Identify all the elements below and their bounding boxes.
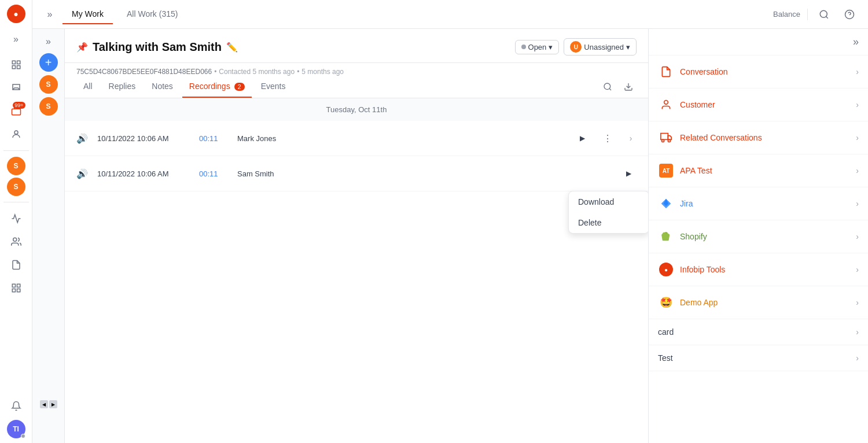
rp-section-customer[interactable]: Customer › [649,88,868,121]
unassigned-badge[interactable]: U Unassigned ▾ [564,38,637,56]
edit-icon[interactable]: ✏️ [226,42,238,53]
conv-avatar-1[interactable]: S [39,75,58,94]
rp-section-shopify[interactable]: Shopify › [649,220,868,253]
svg-marker-20 [668,136,671,140]
top-nav-right: Balance [773,5,859,24]
infobip-tools-label: Infobip Tools [680,265,850,274]
top-nav-expand-icon[interactable]: » [42,6,58,23]
svg-line-16 [609,88,611,90]
download-recordings-icon[interactable] [620,79,637,95]
conversation-list: » + S S ◀ ▶ [32,29,65,443]
search-recordings-icon[interactable] [599,79,616,95]
svg-rect-0 [12,61,15,64]
conv-avatar-2[interactable]: S [39,97,58,116]
user-avatar[interactable]: TI [7,420,25,438]
sidebar-avatar-2[interactable]: S [7,178,25,196]
recording-person: Sam Smith [237,169,611,178]
rp-section-related[interactable]: Related Conversations › [649,121,868,154]
conv-list-expand-icon[interactable]: » [41,34,57,50]
svg-rect-19 [661,134,668,140]
svg-rect-1 [17,61,20,64]
rp-section-test[interactable]: Test › [649,345,868,371]
sidebar-item-history[interactable] [6,254,27,275]
conversation-meta: 75C5D4C8067BDE5EE0F4881D48EED066 • Conta… [65,63,648,76]
sidebar-item-analytics[interactable] [6,208,27,229]
tab-notes[interactable]: Notes [145,76,180,98]
new-conversation-button[interactable]: + [39,53,58,72]
conversation-title: Talking with Sam Smith [93,40,222,54]
work-badge: 99+ [13,102,25,109]
tab-my-work[interactable]: My Work [62,5,113,24]
main-area: » My Work All Work (315) Balance » + S S… [32,0,868,443]
conversation-tabs: All Replies Notes Recordings 2 Events [65,76,648,98]
sidebar-avatar-1[interactable]: S [7,157,25,175]
since-label: 5 months ago [301,68,344,76]
customer-section-label: Customer [680,100,850,109]
sidebar-item-contacts[interactable] [6,124,27,145]
recording-date: 10/11/2022 10:06 AM [97,134,190,143]
recording-row[interactable]: 🔊 10/11/2022 10:06 AM 00:11 Mark Jones ▶… [65,121,648,156]
scroll-right-icon[interactable]: ▶ [49,400,57,408]
demo-app-icon: 🤩 [658,294,674,311]
sidebar-divider [3,150,29,151]
svg-point-11 [820,10,827,17]
rp-section-infobip[interactable]: ● Infobip Tools › [649,253,868,286]
apa-test-chevron-icon: › [856,166,859,175]
status-chevron-icon: ▾ [549,43,553,51]
more-options-button[interactable]: ⋮ [599,130,616,146]
tab-all-work[interactable]: All Work (315) [117,5,187,24]
customer-section-icon [658,97,674,113]
recordings-badge: 2 [234,83,245,91]
sidebar-bottom: TI [6,394,27,438]
shopify-label: Shopify [680,232,850,241]
jira-label: Jira [680,199,850,208]
unassigned-chevron-icon: ▾ [626,43,630,51]
play-button[interactable]: ▶ [620,165,637,182]
sidebar: ● » 99+ S S TI [0,0,32,443]
rp-section-card[interactable]: card › [649,319,868,345]
status-badge[interactable]: Open ▾ [515,40,560,54]
svg-point-22 [668,139,670,142]
svg-rect-10 [17,289,20,292]
test-section-label: Test [658,353,850,363]
tab-recordings[interactable]: Recordings 2 [182,76,252,98]
status-label: Open [528,43,547,51]
scroll-left-icon[interactable]: ◀ [40,400,48,408]
recording-row[interactable]: 🔊 10/11/2022 10:06 AM 00:11 Sam Smith ▶ [65,156,648,191]
tab-events[interactable]: Events [254,76,293,98]
svg-rect-2 [12,66,15,69]
sidebar-item-work[interactable]: 99+ [6,101,27,121]
rp-section-conversation[interactable]: Conversation › [649,56,868,88]
sidebar-item-inbox[interactable] [6,77,27,98]
demo-app-chevron-icon: › [856,298,859,307]
sidebar-expand-button[interactable]: » [7,30,25,49]
conv-tabs-actions [599,79,637,95]
tab-all[interactable]: All [76,76,100,98]
rp-section-demo[interactable]: 🤩 Demo App › [649,286,868,319]
recording-expand-icon[interactable]: › [625,134,637,143]
sidebar-item-settings[interactable] [6,278,27,298]
context-menu-download[interactable]: Download [569,191,648,212]
contacted-label: Contacted 5 months ago [219,68,295,76]
conversation-header-right: Open ▾ U Unassigned ▾ [515,38,637,56]
right-panel-collapse-icon[interactable]: » [853,36,859,48]
app-logo[interactable]: ● [7,5,25,23]
rp-section-jira[interactable]: Jira › [649,187,868,220]
recording-date: 10/11/2022 10:06 AM [97,169,190,178]
sidebar-item-dashboard[interactable] [6,54,27,75]
test-section-chevron-icon: › [856,353,859,363]
tab-replies[interactable]: Replies [102,76,143,98]
rp-section-apa-test[interactable]: AT APA Test › [649,154,868,187]
play-button[interactable]: ▶ [574,130,590,146]
card-section-label: card [658,327,850,337]
svg-rect-7 [12,284,15,287]
notifications-bell-icon[interactable] [6,396,27,416]
search-icon[interactable] [815,5,833,24]
jira-chevron-icon: › [856,199,859,208]
sidebar-item-reports[interactable] [6,231,27,252]
demo-app-label: Demo App [680,298,850,307]
help-icon[interactable] [840,5,859,24]
recording-duration: 00:11 [199,134,228,143]
top-nav: » My Work All Work (315) Balance [32,0,868,29]
context-menu-delete[interactable]: Delete [569,212,648,233]
